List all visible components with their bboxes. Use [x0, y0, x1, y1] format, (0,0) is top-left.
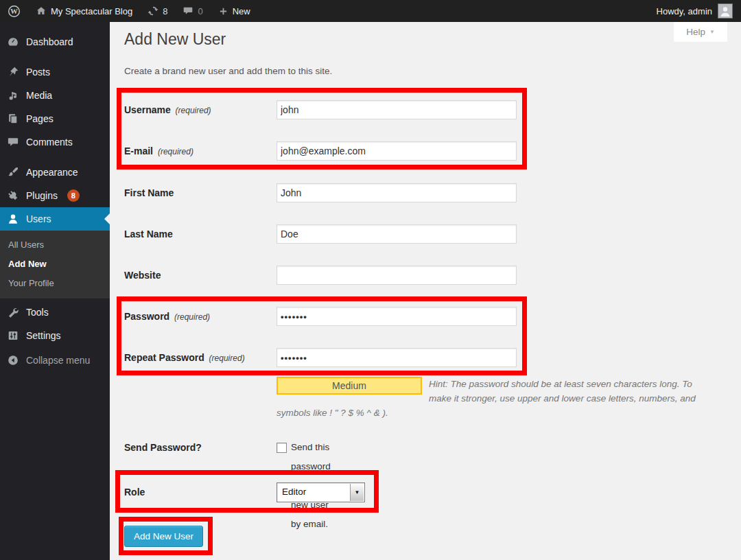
wordpress-menu-button[interactable]: W [0, 0, 28, 22]
submenu-item-add-new[interactable]: Add New [0, 255, 110, 274]
sidebar-item-label: Users [26, 213, 51, 224]
sidebar-item-label: Settings [26, 330, 61, 341]
sidebar-item-users[interactable]: Users [0, 207, 110, 231]
send-password-label: Send Password? [124, 438, 272, 457]
username-input[interactable] [277, 100, 517, 119]
email-label: E-mail (required) [124, 141, 272, 161]
users-submenu: All Users Add New Your Profile [0, 231, 110, 299]
website-label: Website [124, 266, 272, 285]
sliders-icon [6, 329, 20, 342]
pages-icon [6, 112, 20, 126]
first-name-label: First Name [124, 183, 272, 202]
sidebar-item-label: Plugins [26, 190, 58, 201]
paintbrush-icon [6, 165, 20, 179]
website-field[interactable] [277, 266, 517, 285]
sidebar-item-plugins[interactable]: Plugins 8 [0, 184, 110, 207]
submenu-item-your-profile[interactable]: Your Profile [0, 274, 110, 293]
site-name: My Spectacular Blog [51, 6, 132, 16]
repeat-password-field[interactable] [277, 348, 517, 367]
sidebar-item-label: Collapse menu [26, 355, 90, 366]
page-subtitle: Create a brand new user and add them to … [124, 66, 332, 76]
help-label: Help [686, 27, 705, 37]
collapse-circle-icon [6, 353, 20, 367]
submenu-item-all-users[interactable]: All Users [0, 235, 110, 255]
media-note-icon [6, 89, 20, 102]
wrench-icon [6, 305, 20, 319]
sidebar-item-label: Tools [26, 307, 49, 318]
wordpress-logo-icon: W [8, 5, 21, 18]
role-label: Role [124, 482, 272, 502]
site-name-link[interactable]: My Spectacular Blog [28, 0, 140, 22]
email-field[interactable] [277, 141, 517, 161]
help-tab[interactable]: Help ▼ [674, 22, 727, 42]
send-password-checkbox[interactable] [277, 443, 287, 453]
svg-text:W: W [10, 7, 18, 15]
select-arrow-icon: ▼ [350, 484, 364, 501]
comments-bubble-icon [183, 5, 193, 16]
last-name-field[interactable] [277, 224, 517, 244]
sidebar-item-label: Dashboard [26, 36, 73, 47]
sidebar-item-dashboard[interactable]: Dashboard [0, 30, 110, 54]
password-label: Password (required) [124, 307, 272, 327]
home-icon [36, 5, 47, 16]
dashboard-gauge-icon [6, 35, 20, 49]
plus-icon [218, 6, 228, 16]
password-strength-meter: Medium [277, 377, 422, 395]
sidebar-item-pages[interactable]: Pages [0, 107, 110, 130]
user-icon [6, 212, 20, 226]
plugins-update-badge: 8 [67, 189, 80, 202]
plug-icon [6, 189, 20, 202]
role-select[interactable]: Editor ▼ [277, 482, 365, 502]
comment-bubble-icon [6, 135, 20, 149]
sidebar-item-appearance[interactable]: Appearance [0, 161, 110, 184]
first-name-field[interactable] [277, 183, 517, 202]
sidebar-item-label: Comments [26, 137, 73, 148]
sidebar-item-label: Appearance [26, 167, 78, 178]
admin-sidebar: Dashboard Posts Media Pag [0, 22, 110, 560]
pushpin-icon [6, 65, 20, 79]
comments-button[interactable]: 0 [175, 0, 210, 22]
chevron-down-icon: ▼ [709, 29, 715, 35]
admin-bar: W My Spectacular Blog 8 0 [0, 0, 741, 22]
password-hint-area: Medium Hint: The password should be at l… [277, 377, 711, 420]
update-icon [148, 5, 158, 16]
current-menu-arrow [104, 213, 110, 224]
avatar [718, 3, 733, 19]
sidebar-item-label: Pages [26, 113, 54, 124]
sidebar-item-posts[interactable]: Posts [0, 60, 110, 84]
howdy-text: Howdy, admin [657, 6, 712, 16]
sidebar-item-label: Media [26, 90, 52, 101]
account-menu[interactable]: Howdy, admin [657, 3, 741, 19]
repeat-password-label: Repeat Password (required) [124, 348, 272, 368]
sidebar-item-media[interactable]: Media [0, 84, 110, 107]
sidebar-item-collapse-menu[interactable]: Collapse menu [0, 349, 110, 372]
password-field[interactable] [277, 307, 517, 326]
sidebar-item-tools[interactable]: Tools [0, 301, 110, 324]
sidebar-item-settings[interactable]: Settings [0, 324, 110, 347]
updates-button[interactable]: 8 [140, 0, 175, 22]
main-content: Help ▼ Add New User Create a brand new u… [110, 22, 741, 560]
last-name-label: Last Name [124, 224, 272, 244]
new-label: New [233, 6, 250, 16]
role-selected-value: Editor [282, 483, 306, 500]
add-new-user-button[interactable]: Add New User [124, 526, 203, 547]
sidebar-item-label: Posts [26, 67, 50, 78]
username-label: Username (required) [124, 100, 272, 120]
update-count: 8 [163, 6, 167, 16]
new-content-button[interactable]: New [211, 0, 258, 22]
page-title: Add New User [124, 30, 226, 49]
sidebar-item-comments[interactable]: Comments [0, 130, 110, 154]
comment-count: 0 [198, 6, 202, 16]
